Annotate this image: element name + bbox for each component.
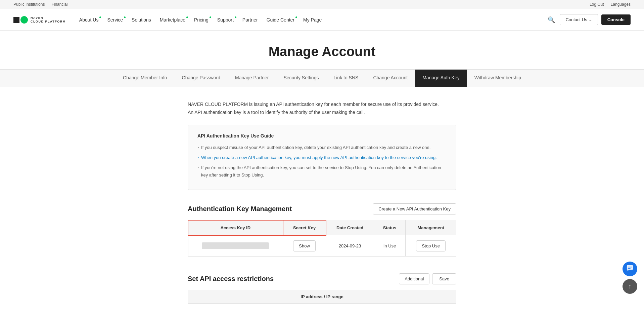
col-management: Management [406,220,456,235]
auth-key-table-head: Access Key ID Secret Key Date Created St… [188,220,456,235]
nav-dot [295,16,297,18]
secret-key-cell: Show [283,235,326,257]
sub-nav-change-member-info[interactable]: Change Member Info [116,70,175,87]
nav-guide-center[interactable]: Guide Center [263,14,298,25]
main-content: NAVER CLOUD PLATFORM is issuing an API a… [181,87,463,314]
svg-rect-0 [627,265,633,270]
info-box-title: API Authentication Key Use Guide [197,133,447,139]
restrictions-empty-row [188,303,456,314]
sub-nav-change-account[interactable]: Change Account [366,70,415,87]
restrictions-header: Set API access restrictions Additional S… [188,273,456,284]
sub-nav-withdraw-membership[interactable]: Withdraw Membership [467,70,528,87]
logo-square [13,17,19,23]
nav-pricing[interactable]: Pricing [191,14,212,25]
info-box-item-1: If you suspect misuse of your API authen… [197,144,447,151]
nav-service[interactable]: Service [104,14,126,25]
console-button[interactable]: Console [601,14,631,25]
nav-my-page[interactable]: My Page [300,14,325,25]
col-status: Status [374,220,406,235]
main-nav: NAVER CLOUD PLATFORM About Us Service So… [0,9,644,31]
info-box: API Authentication Key Use Guide If you … [188,125,456,190]
col-access-key-id: Access Key ID [188,220,283,235]
nav-solutions[interactable]: Solutions [128,14,154,25]
restrictions-table-body [188,303,456,314]
nav-right: 🔍 Contact Us ⌄ Console [546,14,631,25]
restrictions-title: Set API access restrictions [188,275,274,283]
restrictions-table-head: IP address / IP range [188,290,456,303]
languages-link[interactable]: Languages [611,2,631,7]
show-secret-key-button[interactable]: Show [293,240,316,251]
nav-dot [235,16,236,18]
restrictions-btn-group: Additional Save [399,273,456,284]
restrictions-table: IP address / IP range [188,290,456,314]
chevron-down-icon: ⌄ [589,17,592,22]
arrow-up-icon: ↑ [629,283,632,290]
page-title: Manage Account [7,44,637,59]
utility-bar: Public Institutions Financial Log Out La… [0,0,644,9]
nav-marketplace[interactable]: Marketplace [156,14,189,25]
float-btn-group: ↑ [623,262,637,294]
info-box-item-2[interactable]: When you create a new API authentication… [197,154,447,161]
restrictions-section: Set API access restrictions Additional S… [188,273,456,314]
auth-key-table-body: Show 2024-09-23 In Use Stop Use [188,235,456,257]
search-icon: 🔍 [548,16,555,23]
restrictions-empty-cell [188,303,456,314]
access-key-id-cell [188,235,283,257]
back-to-top-button[interactable]: ↑ [623,279,637,294]
logo-text: NAVER CLOUD PLATFORM [31,16,66,24]
sub-nav: Change Member Info Change Password Manag… [0,69,644,87]
logo[interactable]: NAVER CLOUD PLATFORM [13,16,66,24]
sub-nav-manage-partner[interactable]: Manage Partner [228,70,276,87]
sub-nav-inner: Change Member Info Change Password Manag… [0,70,644,87]
management-cell: Stop Use [406,235,456,257]
auth-key-section-header: Authentication Key Management Create a N… [188,203,456,214]
nav-partner[interactable]: Partner [239,14,261,25]
sub-nav-change-password[interactable]: Change Password [175,70,228,87]
stop-use-button[interactable]: Stop Use [416,240,445,251]
auth-key-table: Access Key ID Secret Key Date Created St… [188,220,456,257]
access-key-id-masked [202,242,269,249]
chat-button[interactable] [623,262,637,276]
col-ip-address: IP address / IP range [188,290,456,303]
nav-dot [186,16,188,18]
svg-rect-1 [628,267,632,267]
auth-key-table-header-row: Access Key ID Secret Key Date Created St… [188,220,456,235]
nav-dot [124,16,126,18]
col-secret-key: Secret Key [283,220,326,235]
create-api-key-button[interactable]: Create a New API Authentication Key [373,203,456,214]
utility-bar-right: Log Out Languages [590,2,631,7]
nav-about-us[interactable]: About Us [76,14,102,25]
contact-us-button[interactable]: Contact Us ⌄ [560,14,598,25]
info-box-item-3: If you're not using the API authenticati… [197,164,447,179]
intro-line1: NAVER CLOUD PLATFORM is issuing an API a… [188,101,456,109]
nav-support[interactable]: Support [214,14,237,25]
nav-dot [99,16,101,18]
sub-nav-manage-auth-key[interactable]: Manage Auth Key [415,70,467,87]
page-header: Manage Account [0,31,644,69]
public-institutions-link[interactable]: Public Institutions [13,2,45,7]
restrictions-header-row: IP address / IP range [188,290,456,303]
nav-links: About Us Service Solutions Marketplace P… [76,14,547,25]
auth-key-section-title: Authentication Key Management [188,205,292,213]
sub-nav-link-to-sns[interactable]: Link to SNS [326,70,366,87]
intro-text: NAVER CLOUD PLATFORM is issuing an API a… [188,101,456,117]
status-cell: In Use [374,235,406,257]
date-created-cell: 2024-09-23 [326,235,374,257]
svg-marker-3 [627,270,629,271]
utility-bar-left: Public Institutions Financial [13,2,67,7]
col-date-created: Date Created [326,220,374,235]
svg-rect-2 [628,268,631,269]
sub-nav-security-settings[interactable]: Security Settings [276,70,326,87]
additional-button[interactable]: Additional [399,273,429,284]
logo-icon [13,16,28,24]
search-button[interactable]: 🔍 [546,15,556,25]
logout-link[interactable]: Log Out [590,2,604,7]
nav-dot [210,16,211,18]
financial-link[interactable]: Financial [51,2,67,7]
logo-circle [20,16,28,24]
chat-icon [626,265,634,274]
intro-line2: An API authentication key is a tool to i… [188,109,456,117]
save-button[interactable]: Save [432,273,456,284]
table-row: Show 2024-09-23 In Use Stop Use [188,235,456,257]
